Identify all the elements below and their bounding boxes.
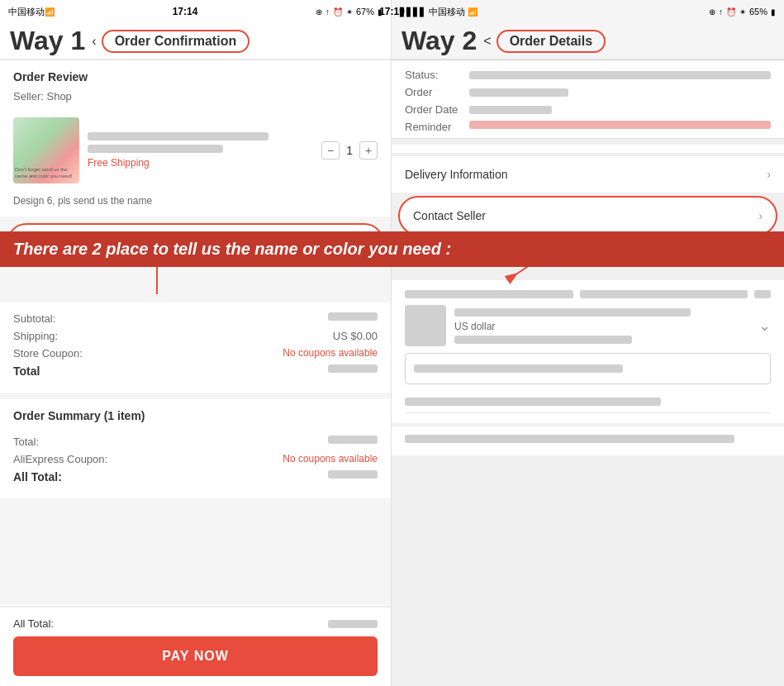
payment-detail-content: US dollar [454, 308, 750, 344]
status-label: Status: [405, 69, 463, 81]
bottom-blur1 [405, 435, 734, 443]
qty-number: 1 [346, 144, 353, 157]
delivery-chevron-icon: › [767, 168, 771, 181]
pay-total-blur [328, 620, 378, 628]
payment-detail-blur2 [454, 336, 632, 344]
payment-detail-blur1 [454, 308, 691, 317]
right-location-icon: ⊕ [709, 7, 715, 17]
right-back-icon[interactable]: < [483, 34, 491, 49]
right-wifi-icon: 📶 [468, 7, 478, 17]
order-row: Order [405, 86, 771, 98]
qty-decrease-btn[interactable]: − [321, 141, 340, 160]
main-container: 中国移动 📶 17:14 ⊕ ↑ ⏰ ✴ 67% ▮ Way 1 ‹ Order… [0, 0, 784, 686]
left-content[interactable]: Order Review Seller: Shop Don't forget s… [0, 60, 391, 607]
reminder-label: Reminder [405, 121, 463, 133]
right-nav-title: Order Details [497, 30, 606, 53]
aliexpress-coupon-label: AliExpress Coupon: [13, 453, 107, 465]
right-alarm-icon: ⏰ [726, 7, 736, 17]
shipping-label: Shipping: [13, 330, 58, 342]
store-coupon-row: Store Coupon: No coupons available [13, 347, 378, 360]
payment-thumb [405, 305, 446, 346]
total-value-blur [328, 364, 378, 373]
pay-total-label: All Total: [13, 617, 54, 630]
summary-total-blur [328, 436, 378, 444]
order-value-blur [469, 88, 568, 97]
status-value-blur [469, 71, 771, 79]
left-status-bar: 中国移动 📶 17:14 ⊕ ↑ ⏰ ✴ 67% ▮ [0, 0, 391, 23]
aliexpress-coupon-value: No coupons available [283, 453, 378, 465]
us-dollar-label: US dollar [454, 321, 750, 332]
all-total-label: All Total: [13, 470, 62, 484]
left-nav-title: Order Confirmation [102, 30, 250, 53]
right-arrow-icon: ↑ [719, 7, 723, 17]
arrow-annotation [0, 269, 391, 303]
left-back-icon[interactable]: ‹ [92, 34, 96, 49]
left-wifi-icon: 📶 [45, 7, 55, 17]
aliexpress-coupon-row: AliExpress Coupon: No coupons available [13, 453, 378, 465]
cost-section: Subtotal: Shipping: US $0.00 Store Coupo… [0, 303, 391, 393]
left-carrier: 中国移动 [8, 6, 45, 18]
product-thumb-text: Don't forget send us thename and color y… [15, 167, 72, 180]
shipping-value: US $0.00 [333, 330, 378, 342]
order-review-title: Order Review [13, 70, 378, 83]
order-review-section: Order Review Seller: Shop Don't forget s… [0, 60, 391, 217]
order-date-blur [469, 106, 552, 114]
product-name-blur2 [88, 145, 223, 153]
payment-blur-row1 [405, 290, 771, 298]
right-nav-bar: Way 2 < Order Details [392, 23, 784, 60]
design-note: Design 6, pls send us the name [13, 195, 378, 207]
bottom-section [392, 426, 784, 455]
contact-seller-section[interactable]: Contact Seller › [398, 196, 777, 236]
seller-info: Seller: Shop [13, 90, 378, 102]
pay-now-button[interactable]: PAY NOW [13, 636, 378, 676]
left-arrow-icon: ↑ [325, 7, 330, 17]
payment-section: US dollar ⌄ [392, 280, 784, 423]
right-content[interactable]: Status: Order Order Date Reminder [392, 60, 784, 686]
order-date-row: Order Date [405, 103, 771, 116]
right-status-icons: ⊕ ↑ ⏰ ✴ 65% ▮ [709, 7, 776, 17]
right-time: 17:19 [392, 6, 405, 17]
right-signal-icons: ▋▋▋▋ 中国移动 📶 [400, 6, 478, 18]
right-battery-icon: ▮ [771, 7, 776, 17]
left-alarm-icon: ⏰ [333, 7, 343, 17]
payment-blur3 [754, 290, 771, 298]
delivery-section[interactable]: Delivery Information › [392, 156, 784, 193]
all-total-row: All Total: [13, 470, 378, 484]
qty-control: − 1 + [321, 141, 378, 160]
order-summary-title: Order Summary (1 item) [13, 409, 378, 422]
payment-dropdown-icon[interactable]: ⌄ [758, 317, 771, 335]
section-divider [392, 138, 784, 145]
red-banner: There are 2 place to tell us the name or… [0, 231, 784, 267]
subtotal-row: Subtotal: [13, 312, 378, 325]
right-battery: 65% [749, 7, 767, 17]
pay-footer: All Total: PAY NOW [0, 607, 391, 686]
all-total-blur [328, 470, 378, 479]
reminder-row: Reminder [405, 121, 771, 133]
free-shipping-label: Free Shipping [88, 157, 313, 169]
right-panel: ▋▋▋▋ 中国移动 📶 17:19 ⊕ ↑ ⏰ ✴ 65% ▮ Way 2 < … [392, 0, 784, 686]
payment-blur2 [580, 290, 748, 298]
left-panel: 中国移动 📶 17:14 ⊕ ↑ ⏰ ✴ 67% ▮ Way 1 ‹ Order… [0, 0, 392, 686]
reminder-value-blur [469, 121, 771, 129]
total-row: Total [13, 364, 378, 378]
summary-total-label: Total: [13, 436, 39, 448]
left-location-icon: ⊕ [316, 7, 322, 17]
order-date-label: Order Date [405, 103, 463, 116]
left-battery: 67% [356, 7, 374, 17]
contact-seller-label: Contact Seller [413, 209, 486, 222]
right-carrier: 中国移动 [429, 6, 465, 18]
subtotal-label: Subtotal: [13, 312, 55, 325]
store-coupon-label: Store Coupon: [13, 347, 83, 360]
left-bluetooth-icon: ✴ [346, 7, 353, 17]
left-nav-bar: Way 1 ‹ Order Confirmation [0, 23, 391, 60]
pay-total-row: All Total: [13, 617, 378, 630]
shipping-row: Shipping: US $0.00 [13, 330, 378, 342]
product-thumbnail: Don't forget send us thename and color y… [13, 117, 79, 183]
right-status-bar: ▋▋▋▋ 中国移动 📶 17:19 ⊕ ↑ ⏰ ✴ 65% ▮ [392, 0, 784, 23]
left-time: 17:14 [173, 6, 198, 17]
payment-blur1 [405, 290, 573, 298]
qty-increase-btn[interactable]: + [359, 141, 378, 160]
subtotal-value-blur [328, 312, 378, 321]
input-field[interactable] [405, 353, 771, 384]
left-way-label: Way 1 [10, 26, 85, 56]
